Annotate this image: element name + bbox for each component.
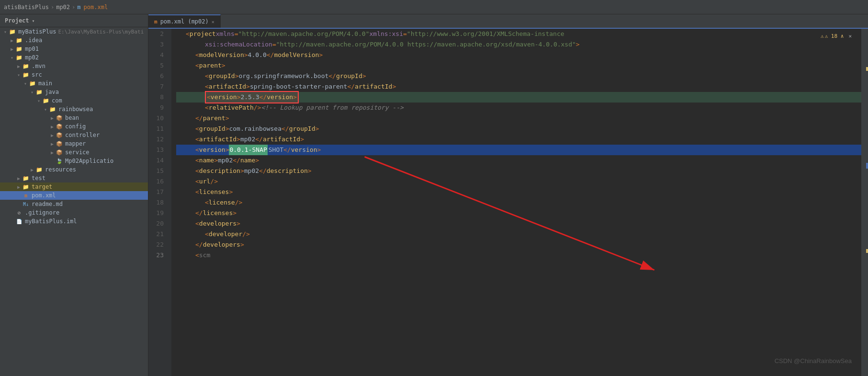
tab-label: pom.xml (mp02) <box>160 18 209 25</box>
scroll-marker-blue <box>866 163 868 169</box>
breadcrumb-module: mp02 <box>56 4 70 11</box>
sidebar-item-iml[interactable]: 📄 myBatisPlus.iml <box>0 217 148 226</box>
line-numbers: 2 3 4 5 6 7 8 9 10 11 12 13 14 15 16 17 … <box>148 29 171 376</box>
expand-icon: ▶ <box>49 150 56 155</box>
warning-count: ⚠ 18 ∧ <box>825 31 844 42</box>
sidebar-item-label: com <box>52 97 62 104</box>
code-line-2: <project xmlns="http://maven.apache.org/… <box>176 29 861 39</box>
expand-icon: ▶ <box>49 115 56 121</box>
sidebar-item-src[interactable]: ▾ 📁 src <box>0 70 148 79</box>
code-line-12: <artifactId> mp02 </artifactId> <box>176 134 861 145</box>
folder-icon: 📁 <box>22 183 30 190</box>
code-line-9: <relativePath/> <!-- Lookup parent from … <box>176 103 861 113</box>
xml-icon: m <box>22 192 30 199</box>
line-num-6: 6 <box>148 71 168 81</box>
expand-icon: ▾ <box>9 55 15 60</box>
sidebar-item-label: myBatisPlus <box>18 28 56 35</box>
scrollbar-panel[interactable] <box>861 29 868 376</box>
sidebar-item-com[interactable]: ▾ 📁 com <box>0 96 148 105</box>
code-line-22: </developers> <box>176 239 861 250</box>
sidebar-item-controller[interactable]: ▶ 📦 controller <box>0 131 148 139</box>
expand-icon: ▾ <box>35 98 42 103</box>
expand-icon: ▶ <box>49 141 56 147</box>
sidebar-item-mp01[interactable]: ▶ 📁 mp01 <box>0 45 148 53</box>
sidebar-item-label: mp02 <box>25 54 39 61</box>
scroll-marker-yellow2 <box>866 249 868 253</box>
breadcrumb-file: pom.xml <box>84 4 108 11</box>
expand-icon: ▶ <box>49 124 56 129</box>
code-line-6: <groupId> org.springframework.boot </gro… <box>176 71 861 81</box>
line-num-4: 4 <box>148 50 168 60</box>
code-line-19: </licenses> <box>176 208 861 218</box>
spring-icon: 🍃 <box>56 158 63 164</box>
line-num-20: 20 <box>148 218 168 229</box>
sidebar-item-label: src <box>32 71 42 78</box>
code-line-18: <license/> <box>176 197 861 208</box>
line-num-12: 12 <box>148 134 168 145</box>
code-line-20: <developers> <box>176 218 861 229</box>
sidebar-item-mp02[interactable]: ▾ 📁 mp02 <box>0 53 148 62</box>
sidebar-item-target[interactable]: ▶ 📁 target <box>0 182 148 191</box>
watermark: CSDN @ChinaRainbowSea <box>775 356 852 366</box>
tab-pomxml[interactable]: m pom.xml (mp02) ✕ <box>148 14 221 28</box>
line-num-2: 2 <box>148 29 168 39</box>
expand-icon: ▶ <box>9 38 15 43</box>
line-num-18: 18 <box>148 197 168 208</box>
expand-icon: ▶ <box>15 184 22 190</box>
code-line-13: <version> 0.0.1-SNAPSHOT </version> <box>176 145 861 155</box>
sidebar-item-idea[interactable]: ▶ 📁 .idea <box>0 36 148 45</box>
sidebar-item-resources[interactable]: ▶ 📁 resources <box>0 165 148 174</box>
sidebar-item-label: rainbowsea <box>58 106 93 113</box>
editor-content[interactable]: 2 3 4 5 6 7 8 9 10 11 12 13 14 15 16 17 … <box>148 29 868 376</box>
breadcrumb-project: atisBatisPlus <box>4 4 49 11</box>
close-panel-icon[interactable]: ✕ <box>848 31 852 42</box>
gitignore-icon: ⊘ <box>15 209 23 216</box>
sidebar-item-config[interactable]: ▶ 📦 config <box>0 122 148 131</box>
expand-icon: ▾ <box>29 90 35 95</box>
sidebar-item-label: main <box>38 80 52 87</box>
expand-icon: ▶ <box>49 133 56 138</box>
sidebar-item-readme[interactable]: M↓ readme.md <box>0 200 148 208</box>
sidebar-item-mybatisplus[interactable]: ▾ 📁 myBatisPlus E:\Java\MyBatis-Plus\myB… <box>0 27 148 36</box>
folder-icon: 📁 <box>35 89 43 95</box>
sidebar-item-label: config <box>65 123 86 130</box>
line-num-14: 14 <box>148 155 168 166</box>
sidebar-tree[interactable]: ▾ 📁 myBatisPlus E:\Java\MyBatis-Plus\myB… <box>0 27 148 376</box>
sidebar-item-gitignore[interactable]: ⊘ .gitignore <box>0 208 148 217</box>
line-num-11: 11 <box>148 124 168 134</box>
sidebar-item-main[interactable]: ▾ 📁 main <box>0 79 148 88</box>
sidebar-item-service[interactable]: ▶ 📦 service <box>0 148 148 157</box>
sidebar-item-label: target <box>32 183 52 190</box>
sidebar-item-java[interactable]: ▾ 📁 java <box>0 88 148 96</box>
sidebar-item-label: .idea <box>25 37 42 44</box>
line-num-16: 16 <box>148 176 168 187</box>
code-line-3: xsi:schemaLocation="http://maven.apache.… <box>176 39 861 50</box>
project-label: Project <box>5 17 29 24</box>
expand-icon: ▶ <box>15 64 22 69</box>
line-num-3: 3 <box>148 39 168 50</box>
xml-file-icon: m <box>154 19 158 25</box>
folder-icon: 📁 <box>22 71 30 78</box>
code-line-7: <artifactId> spring-boot-starter-parent … <box>176 81 861 92</box>
code-area[interactable]: <project xmlns="http://maven.apache.org/… <box>171 29 861 376</box>
warning-badge: ⚠ ⚠ 18 ∧ ✕ <box>821 31 852 42</box>
expand-icon: ▶ <box>9 46 15 52</box>
line-num-17: 17 <box>148 187 168 197</box>
sidebar-item-mvn[interactable]: ▶ 📁 .mvn <box>0 62 148 70</box>
sidebar-item-rainbowsea[interactable]: ▾ 📁 rainbowsea <box>0 105 148 114</box>
sidebar-item-test[interactable]: ▶ 📁 test <box>0 174 148 182</box>
sidebar-item-label: myBatisPlus.iml <box>25 218 77 225</box>
code-line-16: <url/> <box>176 176 861 187</box>
iml-icon: 📄 <box>15 218 23 225</box>
sidebar-item-label: Mp02Applicatio <box>65 158 113 164</box>
code-line-21: <developer/> <box>176 229 861 239</box>
tab-close-button[interactable]: ✕ <box>212 19 214 24</box>
sidebar-item-path: E:\Java\MyBatis-Plus\myBati <box>58 29 144 35</box>
expand-icon: ▾ <box>42 107 49 112</box>
sidebar-item-mp02application[interactable]: 🍃 Mp02Applicatio <box>0 157 148 165</box>
sidebar-item-pomxml[interactable]: m pom.xml <box>0 191 148 200</box>
sidebar-item-mapper[interactable]: ▶ 📦 mapper <box>0 139 148 148</box>
sidebar-item-label: mapper <box>65 140 86 147</box>
sidebar-item-bean[interactable]: ▶ 📦 bean <box>0 114 148 122</box>
folder-icon: 📁 <box>42 97 50 104</box>
